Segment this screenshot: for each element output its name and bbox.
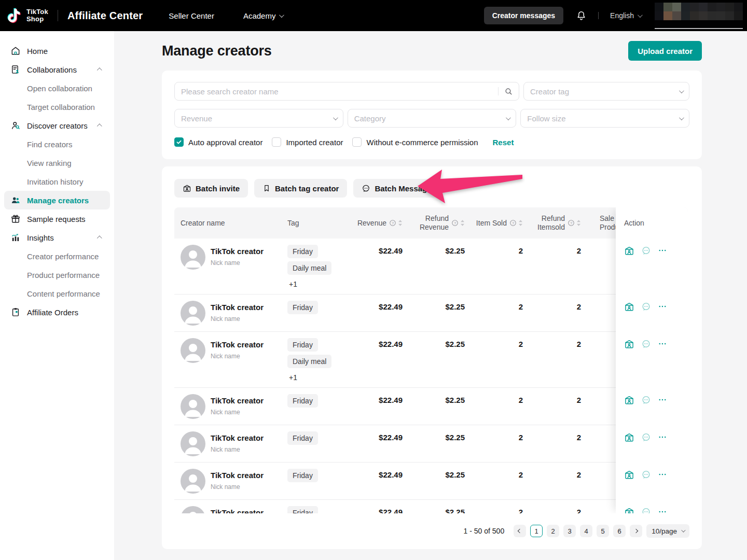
help-icon[interactable]: ? <box>568 219 575 227</box>
refund-itemsold-value: 2 <box>523 500 581 513</box>
chat-action-icon[interactable] <box>641 432 651 442</box>
help-icon[interactable]: ? <box>509 219 517 227</box>
sidebar-item-label: Home <box>27 47 48 55</box>
sidebar-item-label: Product performance <box>27 271 100 279</box>
chat-action-icon[interactable] <box>641 246 651 256</box>
page-title: Manage creators <box>162 43 272 59</box>
chat-action-icon[interactable] <box>641 339 651 349</box>
help-icon[interactable]: ? <box>389 219 396 227</box>
invite-action-icon[interactable] <box>624 507 634 513</box>
sidebar-item-label: View ranking <box>27 159 72 167</box>
sidebar-item-creator-performance[interactable]: Creator performance <box>0 247 114 265</box>
refund-revenue-value: $2.25 <box>403 295 465 331</box>
reset-button[interactable]: Reset <box>493 138 514 147</box>
more-actions-icon[interactable] <box>658 246 667 255</box>
nav-academy[interactable]: Academy <box>243 11 283 20</box>
refund-revenue-value: $2.25 <box>403 332 465 387</box>
sidebar-item-content-performance[interactable]: Content performance <box>0 284 114 303</box>
checkbox-imported-creator[interactable]: Imported creator <box>272 137 343 147</box>
pagination-page-2[interactable]: 2 <box>547 525 559 537</box>
batch-message-button[interactable]: Batch Message <box>353 179 439 198</box>
user-avatar[interactable] <box>655 3 743 29</box>
checkbox-without-ecommerce-permission[interactable]: Without e-commerce permission <box>352 137 478 147</box>
sort-icon[interactable] <box>460 219 465 227</box>
invite-action-icon[interactable] <box>624 246 634 256</box>
sidebar-item-target-collaboration[interactable]: Target collaboration <box>0 97 114 116</box>
nav-seller-center[interactable]: Seller Center <box>169 11 214 20</box>
more-actions-icon[interactable] <box>658 395 667 404</box>
sidebar-item-invitation-history[interactable]: Invitation history <box>0 172 114 191</box>
pagination-page-6[interactable]: 6 <box>613 525 626 537</box>
chat-action-icon[interactable] <box>641 302 651 312</box>
upload-creator-button[interactable]: Upload creator <box>628 41 702 61</box>
table-row[interactable]: TikTok creator Nick name Friday $22.49 $… <box>174 425 688 463</box>
revenue-value: $22.49 <box>345 425 403 462</box>
table-row[interactable]: TikTok creator Nick name Friday $22.49 $… <box>174 463 688 500</box>
invite-action-icon[interactable] <box>624 302 634 312</box>
revenue-value: $22.49 <box>345 332 403 387</box>
revenue-value: $22.49 <box>345 388 403 425</box>
sort-icon[interactable] <box>576 219 581 227</box>
refund-itemsold-value: 2 <box>523 332 581 387</box>
sidebar-item-view-ranking[interactable]: View ranking <box>0 153 114 172</box>
creator-search-input[interactable] <box>174 82 519 101</box>
search-icon[interactable] <box>504 87 513 96</box>
creator-name: TikTok creator <box>211 508 264 513</box>
refund-revenue-value: $2.25 <box>403 463 465 499</box>
more-actions-icon[interactable] <box>658 470 667 479</box>
pagination-page-4[interactable]: 4 <box>580 525 592 537</box>
table-row[interactable]: TikTok creator Nick name Friday $22.49 $… <box>174 295 688 332</box>
help-icon[interactable]: ? <box>451 219 459 227</box>
chevron-up-icon[interactable] <box>97 123 102 129</box>
svg-text:?: ? <box>454 221 456 226</box>
page-size-select[interactable]: 10/page <box>646 524 689 538</box>
sidebar-item-open-collaboration[interactable]: Open collaboration <box>0 79 114 97</box>
sidebar-item-find-creators[interactable]: Find creators <box>0 135 114 153</box>
invite-action-icon[interactable] <box>624 470 634 480</box>
sort-icon[interactable] <box>518 219 523 227</box>
row-actions <box>616 295 688 332</box>
notification-bell-icon[interactable] <box>576 10 587 21</box>
pagination-page-5[interactable]: 5 <box>597 525 609 537</box>
invite-action-icon[interactable] <box>624 339 634 349</box>
batch-invite-button[interactable]: Batch invite <box>174 179 248 198</box>
invite-action-icon[interactable] <box>624 432 634 443</box>
pagination-next-button[interactable] <box>630 525 642 537</box>
invite-action-icon[interactable] <box>624 395 634 405</box>
sidebar-item-home[interactable]: Home <box>0 41 114 60</box>
pagination-page-1[interactable]: 1 <box>530 525 543 537</box>
chevron-up-icon[interactable] <box>97 67 102 73</box>
creator-messages-button[interactable]: Creator messages <box>484 7 563 24</box>
svg-text:?: ? <box>512 221 514 226</box>
language-selector[interactable]: English <box>610 11 641 20</box>
pagination-page-3[interactable]: 3 <box>563 525 576 537</box>
avatar <box>181 394 205 419</box>
chat-action-icon[interactable] <box>641 507 651 513</box>
category-select[interactable]: Category <box>348 109 517 128</box>
revenue-select[interactable]: Revenue <box>174 109 343 128</box>
sidebar-item-discover-creators[interactable]: Discover creators <box>0 116 114 135</box>
batch-tag-creator-button[interactable]: Batch tag creator <box>254 179 347 198</box>
sidebar-item-collaborations[interactable]: Collaborations <box>0 60 114 79</box>
chat-action-icon[interactable] <box>641 470 651 480</box>
pagination-prev-button[interactable] <box>514 525 526 537</box>
table-row[interactable]: TikTok creator Nick name Friday Daily me… <box>174 239 688 295</box>
sidebar-item-affiliate-orders[interactable]: Affiliate Orders <box>0 303 114 321</box>
chevron-up-icon[interactable] <box>97 235 102 241</box>
more-actions-icon[interactable] <box>658 302 667 311</box>
chat-action-icon[interactable] <box>641 395 651 405</box>
more-actions-icon[interactable] <box>658 507 667 513</box>
creator-tag-select[interactable]: Creator tag <box>523 82 689 101</box>
more-actions-icon[interactable] <box>658 432 667 442</box>
sidebar-item-insights[interactable]: Insights <box>0 228 114 247</box>
table-row[interactable]: TikTok creator Nick name Friday $22.49 $… <box>174 500 688 513</box>
table-row[interactable]: TikTok creator Nick name Friday Daily me… <box>174 332 688 388</box>
checkbox-auto-approval-creator[interactable]: Auto approval creator <box>174 137 262 147</box>
sidebar-item-manage-creators[interactable]: Manage creators <box>4 191 110 209</box>
sort-icon[interactable] <box>398 219 403 227</box>
sidebar-item-sample-requests[interactable]: Sample requests <box>0 209 114 228</box>
table-row[interactable]: TikTok creator Nick name Friday $22.49 $… <box>174 388 688 425</box>
more-actions-icon[interactable] <box>658 339 667 348</box>
sidebar-item-product-performance[interactable]: Product performance <box>0 265 114 284</box>
follow-size-select[interactable]: Follow size <box>520 109 689 128</box>
